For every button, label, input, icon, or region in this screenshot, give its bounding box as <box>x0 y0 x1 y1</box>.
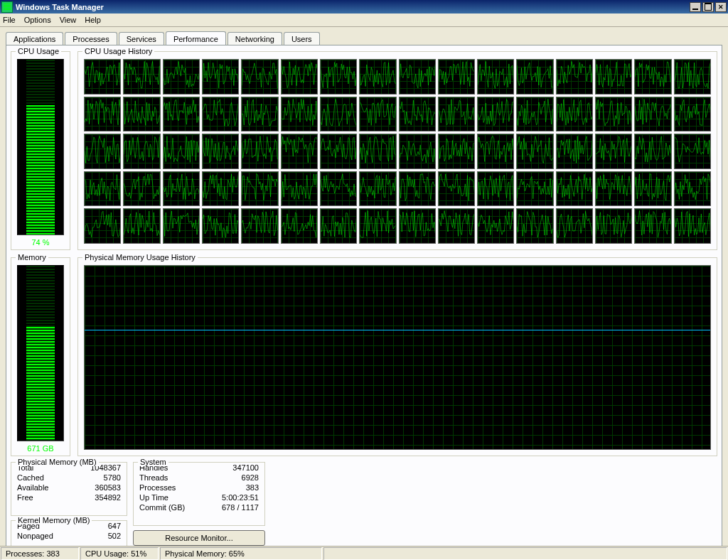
cpu-history-cell <box>123 59 160 95</box>
cpu-history-cell <box>163 59 200 95</box>
cpu-history-cell <box>320 134 357 169</box>
memory-history-group: Physical Memory Usage History <box>77 257 717 456</box>
system-processes-label: Processes <box>139 483 176 492</box>
cpu-history-cell <box>281 171 318 207</box>
cpu-history-cell <box>516 97 553 132</box>
cpu-history-cell <box>595 97 632 132</box>
cpu-history-cell <box>359 134 396 169</box>
cpu-history-cell <box>320 171 357 207</box>
menu-help[interactable]: Help <box>85 16 101 24</box>
cpu-history-grid <box>84 59 711 244</box>
window-title: Windows Task Manager <box>16 3 690 11</box>
close-button[interactable] <box>715 2 727 12</box>
cpu-history-cell <box>163 208 200 244</box>
cpu-history-cell <box>123 97 160 132</box>
cpu-history-cell <box>123 134 160 169</box>
system-threads-label: Threads <box>139 473 168 483</box>
cpu-history-cell <box>556 59 593 95</box>
cpu-history-cell <box>674 208 711 244</box>
system-processes-value: 383 <box>246 483 259 492</box>
resource-monitor-button[interactable]: Resource Monitor... <box>133 530 265 546</box>
kernel-nonpaged-label: Nonpaged <box>17 531 53 541</box>
cpu-history-cell <box>674 134 711 169</box>
cpu-history-cell <box>202 97 239 132</box>
cpu-history-cell <box>241 208 278 244</box>
menu-view[interactable]: View <box>60 16 77 24</box>
cpu-history-cell <box>399 59 436 95</box>
cpu-history-label: CPU Usage History <box>82 47 154 55</box>
cpu-history-cell <box>438 171 475 207</box>
physical-memory-group: Physical Memory (MB) Total1048367 Cached… <box>11 462 127 516</box>
cpu-history-cell <box>281 97 318 132</box>
tab-processes[interactable]: Processes <box>65 32 117 45</box>
cpu-history-cell <box>516 134 553 169</box>
cpu-history-cell <box>477 97 514 132</box>
cpu-history-cell <box>438 59 475 95</box>
cpu-history-cell <box>84 171 121 207</box>
cpu-history-cell <box>163 134 200 169</box>
physmem-free-value: 354892 <box>95 492 121 502</box>
tab-applications[interactable]: Applications <box>6 32 63 45</box>
cpu-history-cell <box>320 97 357 132</box>
tab-performance[interactable]: Performance <box>166 31 226 45</box>
cpu-history-cell <box>123 208 160 244</box>
cpu-history-cell <box>84 97 121 132</box>
minimize-button[interactable] <box>690 2 701 12</box>
cpu-history-group: CPU Usage History <box>77 51 717 250</box>
cpu-history-cell <box>359 171 396 207</box>
tab-services[interactable]: Services <box>119 32 164 45</box>
physmem-cached-value: 5780 <box>104 473 121 483</box>
cpu-usage-label: CPU Usage <box>16 47 61 55</box>
cpu-meter-value: 74 % <box>11 238 70 247</box>
cpu-history-cell <box>123 171 160 207</box>
cpu-history-cell <box>359 59 396 95</box>
cpu-history-cell <box>84 59 121 95</box>
cpu-history-cell <box>438 97 475 132</box>
cpu-history-cell <box>438 134 475 169</box>
cpu-meter <box>17 59 64 235</box>
cpu-history-cell <box>320 59 357 95</box>
cpu-history-cell <box>399 208 436 244</box>
maximize-button[interactable] <box>702 2 714 12</box>
menu-file[interactable]: File <box>3 16 16 24</box>
cpu-history-cell <box>674 97 711 132</box>
status-cpu: CPU Usage: 51% <box>80 547 159 560</box>
app-icon <box>1 1 13 13</box>
tab-users[interactable]: Users <box>284 32 320 45</box>
physmem-free-label: Free <box>17 492 33 502</box>
cpu-history-cell <box>556 171 593 207</box>
cpu-history-cell <box>595 208 632 244</box>
cpu-history-cell <box>163 97 200 132</box>
status-processes: Processes: 383 <box>1 547 79 560</box>
physmem-available-label: Available <box>17 483 48 492</box>
memory-meter <box>17 265 64 441</box>
system-threads-value: 6928 <box>242 473 259 483</box>
physmem-available-value: 360583 <box>95 483 121 492</box>
cpu-history-cell <box>281 208 318 244</box>
memory-group: Memory 671 GB <box>11 257 70 456</box>
cpu-history-cell <box>399 171 436 207</box>
cpu-history-cell <box>556 208 593 244</box>
cpu-history-cell <box>477 59 514 95</box>
cpu-history-cell <box>477 208 514 244</box>
cpu-history-cell <box>241 97 278 132</box>
cpu-history-cell <box>516 208 553 244</box>
cpu-usage-group: CPU Usage 74 % <box>11 51 70 250</box>
cpu-history-cell <box>84 208 121 244</box>
cpu-history-cell <box>516 59 553 95</box>
kernel-nonpaged-value: 502 <box>108 531 121 541</box>
cpu-history-cell <box>320 208 357 244</box>
system-uptime-value: 5:00:23:51 <box>222 492 259 502</box>
cpu-history-cell <box>674 59 711 95</box>
tab-networking[interactable]: Networking <box>228 32 282 45</box>
memory-meter-value: 671 GB <box>11 444 70 453</box>
cpu-history-cell <box>399 97 436 132</box>
title-bar: Windows Task Manager <box>0 0 728 14</box>
cpu-history-cell <box>438 208 475 244</box>
cpu-history-cell <box>202 59 239 95</box>
cpu-history-cell <box>241 171 278 207</box>
cpu-history-cell <box>281 59 318 95</box>
menu-bar: File Options View Help <box>0 14 728 27</box>
menu-options[interactable]: Options <box>24 16 51 24</box>
tab-strip: Applications Processes Services Performa… <box>6 31 722 45</box>
